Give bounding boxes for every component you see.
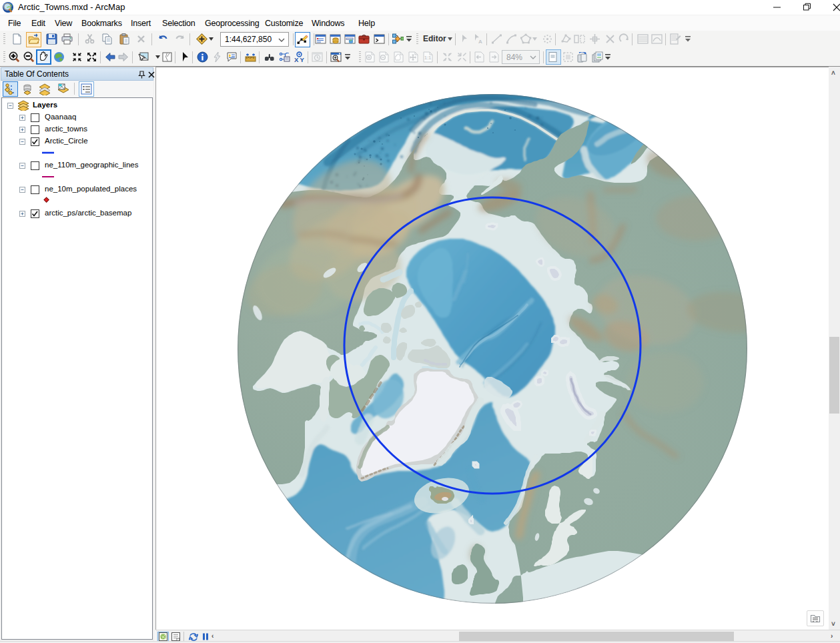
svg-text:X: X [294,56,299,63]
svg-text:A: A [478,39,482,45]
svg-text:1:1: 1:1 [424,55,431,60]
svg-text:Y: Y [300,56,305,63]
